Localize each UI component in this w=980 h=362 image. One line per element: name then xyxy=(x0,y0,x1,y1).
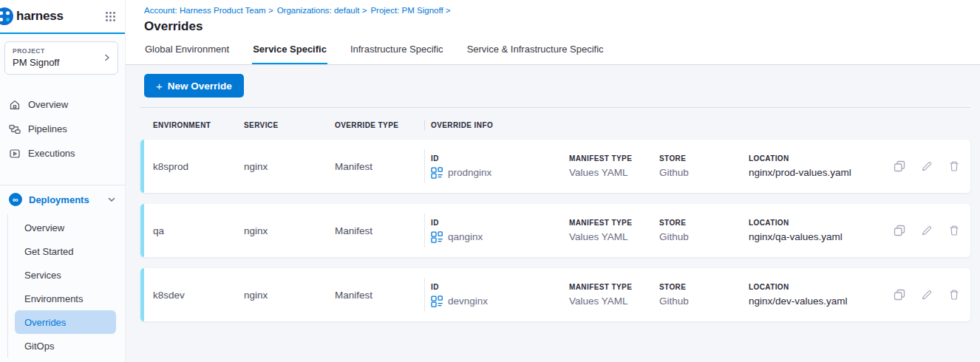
environment-value: k8sprod xyxy=(153,161,244,172)
location-value: nginx/prod-values.yaml xyxy=(749,167,883,178)
plus-icon: + xyxy=(156,81,163,92)
override-id-block: ID devnginx xyxy=(431,283,569,307)
copy-icon xyxy=(893,288,906,301)
home-icon xyxy=(9,99,21,111)
sidebar-item-label: Executions xyxy=(28,148,75,159)
id-label: ID xyxy=(431,283,569,291)
copy-icon xyxy=(893,160,906,173)
new-override-button[interactable]: + New Override xyxy=(144,74,244,98)
tabs: Global EnvironmentService SpecificInfras… xyxy=(126,38,980,65)
clone-button[interactable] xyxy=(893,288,906,301)
environment-value: qa xyxy=(153,225,244,236)
breadcrumb-link[interactable]: Project: PM Signoff xyxy=(370,6,443,15)
tab[interactable]: Service & Infrastructure Specific xyxy=(466,44,605,64)
breadcrumb-link[interactable]: Organizations: default xyxy=(277,6,360,15)
tab[interactable]: Service Specific xyxy=(252,44,327,64)
override-type-value: Manifest xyxy=(335,290,418,301)
header-divider xyxy=(424,120,425,130)
override-type-value: Manifest xyxy=(335,225,418,236)
location-label: LOCATION xyxy=(749,154,883,163)
column-header-environment: ENVIRONMENT xyxy=(153,121,244,129)
main-area: Account: Harness Product Team > Organiza… xyxy=(126,0,980,362)
sidebar-item-label: Overview xyxy=(28,99,68,110)
sidebar-subitem[interactable]: Services xyxy=(0,263,125,287)
row-divider xyxy=(424,214,425,247)
deployments-submenu: OverviewGet StartedServicesEnvironmentsO… xyxy=(0,213,125,358)
tab[interactable]: Global Environment xyxy=(144,44,230,64)
location-block: LOCATION nginx/prod-values.yaml xyxy=(749,154,883,178)
content: + New Override ENVIRONMENT SERVICE OVERR… xyxy=(126,65,980,362)
location-value: nginx/qa-values.yaml xyxy=(749,231,883,242)
tab[interactable]: Infrastructure Specific xyxy=(350,44,444,64)
page-header: Account: Harness Product Team > Organiza… xyxy=(126,0,980,38)
manifest-type-value: Values YAML xyxy=(569,231,659,242)
delete-button[interactable] xyxy=(947,288,961,301)
override-row[interactable]: k8sprod nginx Manifest ID prodnginx MANI… xyxy=(140,140,970,193)
column-header-override-info: OVERRIDE INFO xyxy=(431,121,970,129)
sidebar-item-label: Pipelines xyxy=(28,123,67,134)
breadcrumb-separator: > xyxy=(362,6,367,15)
sidebar-subitem[interactable]: Overrides xyxy=(15,310,116,334)
project-label: PROJECT xyxy=(13,47,103,55)
executions-icon xyxy=(9,148,21,160)
row-actions xyxy=(883,224,970,237)
edit-button[interactable] xyxy=(920,288,933,301)
row-actions xyxy=(883,288,970,301)
store-value: Github xyxy=(659,296,749,307)
sidebar-item-executions[interactable]: Executions xyxy=(0,141,125,165)
breadcrumb-segment: Organizations: default > xyxy=(277,6,367,15)
app-window: harness PROJECT PM Signoff Overview xyxy=(0,0,980,362)
breadcrumb-link[interactable]: Account: Harness Product Team xyxy=(144,6,266,15)
breadcrumb-segment: Account: Harness Product Team > xyxy=(144,6,273,15)
id-entity-icon xyxy=(431,231,443,243)
id-value: qanginx xyxy=(448,231,483,242)
id-value: devnginx xyxy=(448,296,488,307)
store-value: Github xyxy=(659,167,749,178)
id-value: prodnginx xyxy=(448,167,491,178)
app-grid-icon[interactable] xyxy=(105,11,116,22)
sidebar-item-overview[interactable]: Overview xyxy=(0,92,125,117)
override-list: k8sprod nginx Manifest ID prodnginx MANI… xyxy=(140,140,970,321)
manifest-type-block: MANIFEST TYPE Values YAML xyxy=(569,219,659,242)
id-label: ID xyxy=(431,219,569,227)
service-value: nginx xyxy=(244,225,335,236)
service-value: nginx xyxy=(244,161,335,172)
sidebar-subitem[interactable]: GitOps xyxy=(0,334,125,358)
new-override-label: New Override xyxy=(168,81,232,92)
project-name: PM Signoff xyxy=(13,57,103,68)
manifest-type-label: MANIFEST TYPE xyxy=(569,219,659,227)
sidebar-subitem[interactable]: Overview xyxy=(0,216,125,239)
location-label: LOCATION xyxy=(749,283,883,291)
edit-button[interactable] xyxy=(920,224,933,237)
override-row[interactable]: k8sdev nginx Manifest ID devnginx MANIFE… xyxy=(140,268,970,321)
edit-button[interactable] xyxy=(920,160,933,173)
store-block: STORE Github xyxy=(659,154,749,178)
sidebar-subitem[interactable]: Environments xyxy=(0,287,125,310)
sidebar-item-pipelines[interactable]: Pipelines xyxy=(0,117,125,141)
breadcrumb-segment: Project: PM Signoff > xyxy=(370,6,450,15)
logo-row: harness xyxy=(0,0,125,34)
project-selector[interactable]: PROJECT PM Signoff xyxy=(4,41,118,75)
delete-button[interactable] xyxy=(947,224,961,237)
breadcrumb: Account: Harness Product Team > Organiza… xyxy=(144,6,980,15)
manifest-type-value: Values YAML xyxy=(569,296,659,307)
sidebar: harness PROJECT PM Signoff Overview xyxy=(0,0,126,362)
sidebar-subitem[interactable]: Get Started xyxy=(0,239,125,263)
delete-button[interactable] xyxy=(947,160,961,173)
column-header-service: SERVICE xyxy=(244,121,335,129)
clone-button[interactable] xyxy=(893,160,906,173)
content-divider xyxy=(140,107,970,108)
manifest-type-label: MANIFEST TYPE xyxy=(569,283,659,291)
location-block: LOCATION nginx/dev-values.yaml xyxy=(749,283,883,307)
store-block: STORE Github xyxy=(659,219,749,242)
location-label: LOCATION xyxy=(749,219,883,227)
id-entity-icon xyxy=(431,167,443,179)
sidebar-nav: Overview Pipelines Executions xyxy=(0,92,125,165)
list-header: ENVIRONMENT SERVICE OVERRIDE TYPE OVERRI… xyxy=(140,120,970,130)
copy-icon xyxy=(893,224,906,237)
sidebar-item-deployments[interactable]: ∞ Deployments xyxy=(0,186,125,213)
clone-button[interactable] xyxy=(893,224,906,237)
deployments-icon: ∞ xyxy=(9,193,22,206)
column-header-override-type: OVERRIDE TYPE xyxy=(335,121,418,129)
override-row[interactable]: qa nginx Manifest ID qanginx MANIFEST TY… xyxy=(140,204,970,257)
